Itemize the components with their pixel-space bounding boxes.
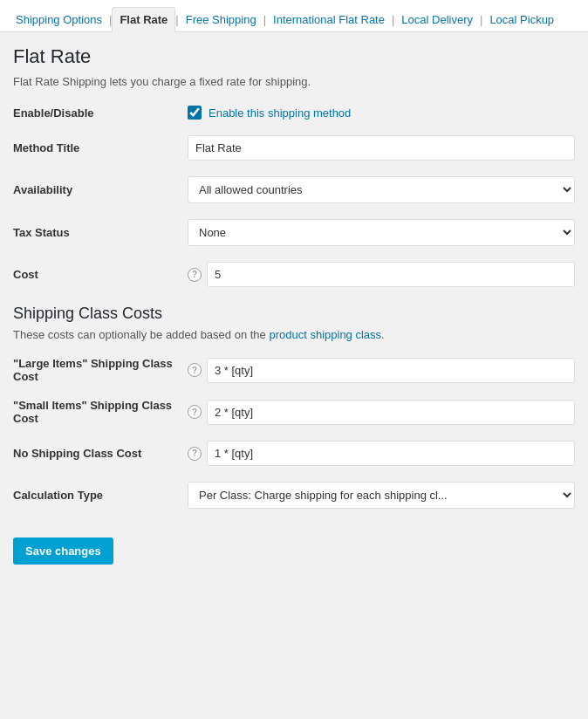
large-items-input-wrap: ? 3 * [qty] xyxy=(188,358,575,383)
large-items-value: ? 3 * [qty] xyxy=(188,358,575,383)
method-title-input[interactable]: Flat Rate xyxy=(188,135,575,161)
small-items-input[interactable]: 2 * [qty] xyxy=(207,400,575,425)
no-class-label: No Shipping Class Cost xyxy=(13,447,188,460)
shipping-class-costs-desc: These costs can optionally be added base… xyxy=(13,328,575,341)
nav-local-pickup[interactable]: Local Pickup xyxy=(482,8,561,31)
cost-help-icon[interactable]: ? xyxy=(188,268,202,282)
calc-type-label: Calculation Type xyxy=(13,489,188,502)
enable-disable-value: Enable this shipping method xyxy=(188,106,575,120)
large-items-input[interactable]: 3 * [qty] xyxy=(207,358,575,383)
cost-row: Cost ? 5 xyxy=(13,262,575,287)
no-class-input-wrap: ? 1 * [qty] xyxy=(188,441,575,466)
page-title: Flat Rate xyxy=(13,45,575,68)
availability-value: All allowed countries Specific countries xyxy=(188,176,575,203)
calc-type-row: Calculation Type Per Class: Charge shipp… xyxy=(13,482,575,509)
large-items-help-icon[interactable]: ? xyxy=(188,363,202,377)
enable-checkbox[interactable] xyxy=(188,106,202,120)
nav-shipping-options[interactable]: Shipping Options xyxy=(9,8,109,31)
nav-tabs: Shipping Options | Flat Rate | Free Ship… xyxy=(0,0,588,32)
tax-status-select[interactable]: None Taxable xyxy=(188,219,575,246)
method-title-label: Method Title xyxy=(13,141,188,154)
product-shipping-class-link[interactable]: product shipping class xyxy=(269,328,381,341)
availability-row: Availability All allowed countries Speci… xyxy=(13,176,575,203)
enable-checkbox-wrap: Enable this shipping method xyxy=(188,106,351,120)
cost-label: Cost xyxy=(13,268,188,281)
cost-input[interactable]: 5 xyxy=(207,262,575,287)
save-changes-button[interactable]: Save changes xyxy=(13,538,113,565)
nav-flat-rate[interactable]: Flat Rate xyxy=(112,7,175,32)
page-wrap: Shipping Options | Flat Rate | Free Ship… xyxy=(0,0,588,578)
small-items-value: ? 2 * [qty] xyxy=(188,400,575,425)
enable-checkbox-label: Enable this shipping method xyxy=(209,106,351,120)
calc-type-value: Per Class: Charge shipping for each ship… xyxy=(188,482,575,509)
nav-free-shipping[interactable]: Free Shipping xyxy=(179,8,263,31)
no-class-row: No Shipping Class Cost ? 1 * [qty] xyxy=(13,441,575,466)
availability-label: Availability xyxy=(13,183,188,196)
enable-disable-row: Enable/Disable Enable this shipping meth… xyxy=(13,106,575,120)
method-title-value: Flat Rate xyxy=(188,135,575,161)
cost-input-wrap: ? 5 xyxy=(188,262,575,287)
section-desc-suffix: . xyxy=(381,328,385,341)
no-class-input[interactable]: 1 * [qty] xyxy=(207,441,575,466)
page-description: Flat Rate Shipping lets you charge a fix… xyxy=(13,75,575,88)
main-content: Flat Rate Flat Rate Shipping lets you ch… xyxy=(0,32,588,578)
section-desc-prefix: These costs can optionally be added base… xyxy=(13,328,269,341)
tax-status-row: Tax Status None Taxable xyxy=(13,219,575,246)
nav-local-delivery[interactable]: Local Delivery xyxy=(394,8,480,31)
small-items-input-wrap: ? 2 * [qty] xyxy=(188,400,575,425)
availability-select[interactable]: All allowed countries Specific countries xyxy=(188,176,575,203)
method-title-row: Method Title Flat Rate xyxy=(13,135,575,161)
tax-status-label: Tax Status xyxy=(13,226,188,239)
no-class-help-icon[interactable]: ? xyxy=(188,447,202,461)
calc-type-select[interactable]: Per Class: Charge shipping for each ship… xyxy=(188,482,575,509)
small-items-help-icon[interactable]: ? xyxy=(188,405,202,419)
no-class-value: ? 1 * [qty] xyxy=(188,441,575,466)
enable-disable-label: Enable/Disable xyxy=(13,106,188,120)
large-items-row: "Large Items" Shipping Class Cost ? 3 * … xyxy=(13,357,575,383)
shipping-class-costs-title: Shipping Class Costs xyxy=(13,305,575,323)
tax-status-value: None Taxable xyxy=(188,219,575,246)
large-items-label: "Large Items" Shipping Class Cost xyxy=(13,357,188,383)
small-items-label: "Small Items" Shipping Class Cost xyxy=(13,399,188,425)
cost-value: ? 5 xyxy=(188,262,575,287)
small-items-row: "Small Items" Shipping Class Cost ? 2 * … xyxy=(13,399,575,425)
nav-international-flat-rate[interactable]: International Flat Rate xyxy=(266,8,392,31)
